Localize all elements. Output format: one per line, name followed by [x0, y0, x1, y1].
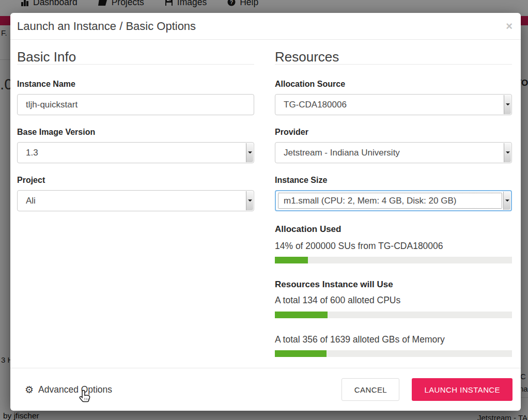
- selected-value: Ali: [26, 196, 36, 206]
- selected-value: 1.3: [26, 148, 38, 158]
- selected-value: m1.small (CPU: 2, Mem: 4 GB, Disk: 20 GB…: [284, 196, 456, 206]
- project-label: Project: [17, 175, 254, 185]
- modal-header: Launch an Instance / Basic Options ×: [10, 13, 521, 40]
- base-image-version-label: Base Image Version: [17, 127, 254, 137]
- modal-body: Basic Info Instance Name Base Image Vers…: [10, 40, 521, 368]
- provider-field: Provider Jetstream - Indiana University: [275, 127, 512, 163]
- base-image-version-select[interactable]: 1.3: [17, 142, 254, 163]
- instance-name-label: Instance Name: [17, 79, 254, 89]
- chevron-down-icon: [504, 95, 511, 114]
- selected-value: TG-CDA180006: [284, 100, 347, 110]
- instance-usage-heading: Resources Instance will Use: [275, 279, 512, 290]
- progress-fill: [275, 312, 328, 318]
- chevron-down-icon: [503, 192, 510, 210]
- advanced-options-label: Advanced Options: [38, 384, 112, 395]
- page-root: Dashboard Projects Images ? Help F. .0 3…: [0, 0, 528, 420]
- basic-info-heading: Basic Info: [17, 50, 254, 65]
- footer-buttons: CANCEL LAUNCH INSTANCE: [341, 378, 513, 401]
- instance-size-field: Instance Size m1.small (CPU: 2, Mem: 4 G…: [275, 175, 512, 211]
- cpu-usage-text: A total 134 of 600 alloted CPUs: [275, 294, 512, 306]
- cancel-button[interactable]: CANCEL: [341, 378, 399, 401]
- project-field: Project Ali: [17, 175, 254, 211]
- memory-usage-text: A total 356 of 1639 alloted GBs of Memor…: [275, 334, 512, 345]
- allocation-source-field: Allocation Source TG-CDA180006: [275, 79, 512, 115]
- instance-size-select[interactable]: m1.small (CPU: 2, Mem: 4 GB, Disk: 20 GB…: [275, 190, 512, 211]
- modal-footer: ⚙ Advanced Options CANCEL LAUNCH INSTANC…: [10, 368, 521, 411]
- allocation-source-label: Allocation Source: [275, 79, 512, 89]
- resources-heading: Resources: [275, 50, 512, 65]
- chevron-down-icon: [504, 143, 511, 162]
- project-select[interactable]: Ali: [17, 190, 254, 211]
- basic-info-column: Basic Info Instance Name Base Image Vers…: [17, 50, 254, 368]
- gear-icon: ⚙: [25, 385, 34, 395]
- cpu-usage-progressbar: [275, 312, 512, 318]
- allocation-used-progressbar: [275, 257, 512, 263]
- launch-instance-button[interactable]: LAUNCH INSTANCE: [412, 378, 513, 401]
- advanced-options-link[interactable]: ⚙ Advanced Options: [25, 384, 112, 395]
- allocation-source-select[interactable]: TG-CDA180006: [275, 94, 512, 115]
- instance-name-input[interactable]: [17, 94, 254, 115]
- progress-fill: [275, 350, 327, 357]
- provider-select[interactable]: Jetstream - Indiana University: [275, 142, 512, 163]
- progress-fill: [275, 257, 308, 263]
- chevron-down-icon: [246, 143, 253, 162]
- memory-usage-progressbar: [275, 350, 512, 357]
- modal-title: Launch an Instance / Basic Options: [17, 20, 196, 33]
- close-icon[interactable]: ×: [506, 21, 513, 32]
- launch-instance-modal: Launch an Instance / Basic Options × Bas…: [10, 13, 521, 411]
- allocation-used-heading: Allocation Used: [275, 224, 512, 235]
- instance-size-label: Instance Size: [275, 175, 512, 185]
- base-image-version-field: Base Image Version 1.3: [17, 127, 254, 163]
- resources-column: Resources Allocation Source TG-CDA180006…: [275, 50, 512, 368]
- chevron-down-icon: [246, 191, 253, 210]
- provider-label: Provider: [275, 127, 512, 137]
- selected-value: Jetstream - Indiana University: [284, 148, 400, 158]
- instance-name-field: Instance Name: [17, 79, 254, 115]
- allocation-used-text: 14% of 200000 SUs from TG-CDA180006: [275, 240, 512, 252]
